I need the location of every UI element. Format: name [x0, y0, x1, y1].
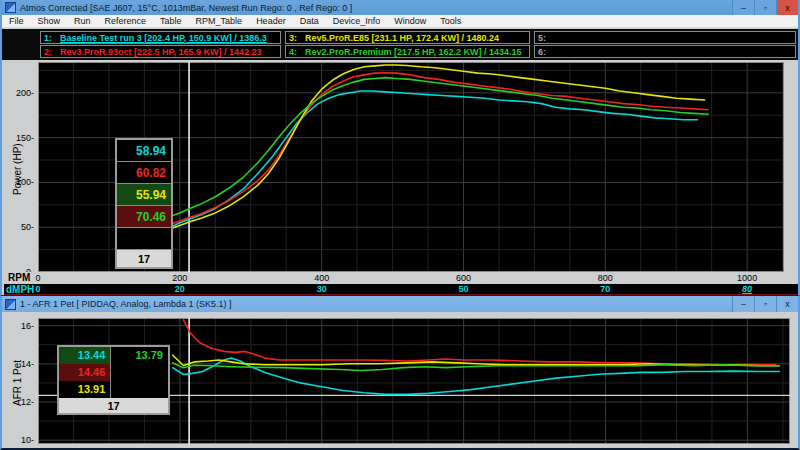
power-ytick-50: 50- — [8, 222, 34, 232]
legend-run-number: 6: — [538, 47, 554, 57]
afr-window-titlebar[interactable]: 1 - AFR 1 Pet [ PIDDAQ, Analog, Lambda 1… — [2, 296, 798, 312]
dmph-axis-row: dMPH 02030507080 — [4, 284, 798, 295]
afr-cursor-value-row: 13.4413.79 — [59, 347, 168, 364]
legend-run-number: 3: — [289, 33, 305, 43]
power-cursor-value: 70.46 — [117, 206, 171, 227]
dyno-app: Atmos Corrected [SAE J607, 15°C, 1013mBa… — [0, 0, 800, 450]
menu-device_info[interactable]: Device_Info — [326, 15, 388, 28]
legend-run-number: 2: — [44, 47, 60, 57]
afr-ytick-12: 12- — [8, 397, 34, 407]
power-cursor-value-row: 58.94 — [117, 140, 171, 162]
legend-run-label: Rev2.ProR.Premium [217.5 HP, 162.2 KW] /… — [305, 47, 521, 57]
menu-show[interactable]: Show — [31, 15, 68, 28]
power-cursor-value: 55.94 — [117, 184, 171, 205]
menu-table[interactable]: Table — [153, 15, 189, 28]
afr-close-button[interactable]: x — [776, 296, 798, 312]
menu-bar: FileShowRunReferenceTableRPM_TableHeader… — [2, 15, 798, 28]
rpm-tick-800: 800 — [590, 273, 620, 283]
afr-cursor-value-row: 14.46 — [59, 364, 168, 381]
afr-ytick-14: 14- — [8, 359, 34, 369]
legend-run-5[interactable]: 5: — [534, 31, 796, 44]
afr-cursor-value: 13.91 — [59, 381, 111, 398]
power-cursor-position: 17 — [117, 250, 171, 267]
afr-maximize-button[interactable]: ▫ — [754, 296, 776, 312]
afr-cursor-value: 13.44 — [59, 347, 111, 364]
close-button[interactable]: x — [776, 0, 798, 15]
rpm-tick-1000: 1000 — [732, 273, 762, 283]
legend-run-4[interactable]: 4:Rev2.ProR.Premium [217.5 HP, 162.2 KW]… — [285, 45, 530, 58]
power-window-title: Atmos Corrected [SAE J607, 15°C, 1013mBa… — [20, 3, 352, 13]
app-icon-afr — [5, 299, 16, 310]
dmph-tick-0: 0 — [23, 284, 53, 294]
afr-minimize-button[interactable]: – — [732, 296, 754, 312]
menu-tools[interactable]: Tools — [433, 15, 468, 28]
legend-run-number: 4: — [289, 47, 305, 57]
power-cursor-value-box[interactable]: 58.9460.8255.9470.4617 — [115, 138, 173, 269]
afr-cursor-value — [111, 381, 168, 398]
legend-run-label: Rev3.ProR.93oct [222.5 HP, 165.9 KW] / 1… — [60, 47, 261, 57]
afr-cursor-value-row: 13.91 — [59, 381, 168, 398]
rpm-axis-row: RPM 02004006008001000 — [4, 272, 798, 284]
afr-cursor-value-box[interactable]: 13.4413.7914.4613.9117 — [57, 345, 170, 415]
dmph-tick-50: 50 — [448, 284, 478, 294]
power-cursor-value-row: 60.82 — [117, 162, 171, 184]
dmph-tick-30: 30 — [307, 284, 337, 294]
power-cursor-value: 60.82 — [117, 162, 171, 183]
afr-ytick-16: 16- — [8, 321, 34, 331]
legend-run-label: Baseline Test run 3 [202.4 HP, 150.9 KW]… — [60, 33, 267, 43]
power-cursor-value-row — [117, 228, 171, 250]
power-cursor-value — [117, 228, 171, 249]
menu-reference[interactable]: Reference — [98, 15, 154, 28]
power-cursor-value: 58.94 — [117, 140, 171, 161]
afr-cursor-value: 14.46 — [59, 364, 111, 381]
legend-run-label: Rev5.ProR.E85 [231.1 HP, 172.4 KW] / 148… — [305, 33, 499, 43]
power-ytick-150: 150- — [8, 133, 34, 143]
legend-run-number: 5: — [538, 33, 554, 43]
run-legend: 1:Baseline Test run 3 [202.4 HP, 150.9 K… — [2, 29, 798, 60]
power-window-titlebar[interactable]: Atmos Corrected [SAE J607, 15°C, 1013mBa… — [2, 0, 798, 15]
menu-header[interactable]: Header — [249, 15, 293, 28]
rpm-tick-0: 0 — [23, 273, 53, 283]
dmph-tick-20: 20 — [165, 284, 195, 294]
rpm-tick-400: 400 — [307, 273, 337, 283]
legend-run-1[interactable]: 1:Baseline Test run 3 [202.4 HP, 150.9 K… — [40, 31, 281, 44]
power-ytick-200: 200- — [8, 88, 34, 98]
afr-ytick-10: 10- — [8, 435, 34, 445]
power-cursor-value-row: 70.46 — [117, 206, 171, 228]
menu-file[interactable]: File — [2, 15, 31, 28]
afr-cursor-position: 17 — [59, 398, 168, 413]
menu-rpm_table[interactable]: RPM_Table — [189, 15, 250, 28]
legend-run-number: 1: — [44, 33, 60, 43]
afr-window-title: 1 - AFR 1 Pet [ PIDDAQ, Analog, Lambda 1… — [20, 299, 232, 309]
rpm-tick-600: 600 — [448, 273, 478, 283]
menu-run[interactable]: Run — [67, 15, 98, 28]
maximize-button[interactable]: ▫ — [754, 0, 776, 15]
rpm-tick-200: 200 — [165, 273, 195, 283]
menu-data[interactable]: Data — [293, 15, 326, 28]
power-cursor-value-row: 55.94 — [117, 184, 171, 206]
minimize-button[interactable]: – — [732, 0, 754, 15]
dmph-tick-80: 80 — [732, 284, 762, 294]
afr-cursor-value — [111, 364, 168, 381]
afr-cursor-value: 13.79 — [111, 347, 168, 364]
dmph-tick-70: 70 — [590, 284, 620, 294]
legend-run-3[interactable]: 3:Rev5.ProR.E85 [231.1 HP, 172.4 KW] / 1… — [285, 31, 530, 44]
legend-run-2[interactable]: 2:Rev3.ProR.93oct [222.5 HP, 165.9 KW] /… — [40, 45, 281, 58]
power-chart-window: Atmos Corrected [SAE J607, 15°C, 1013mBa… — [0, 0, 800, 296]
afr-chart-window: 1 - AFR 1 Pet [ PIDDAQ, Analog, Lambda 1… — [0, 296, 800, 450]
legend-run-6[interactable]: 6: — [534, 45, 796, 58]
app-icon — [5, 2, 16, 13]
power-ytick-100: 100- — [8, 177, 34, 187]
menu-window[interactable]: Window — [387, 15, 433, 28]
